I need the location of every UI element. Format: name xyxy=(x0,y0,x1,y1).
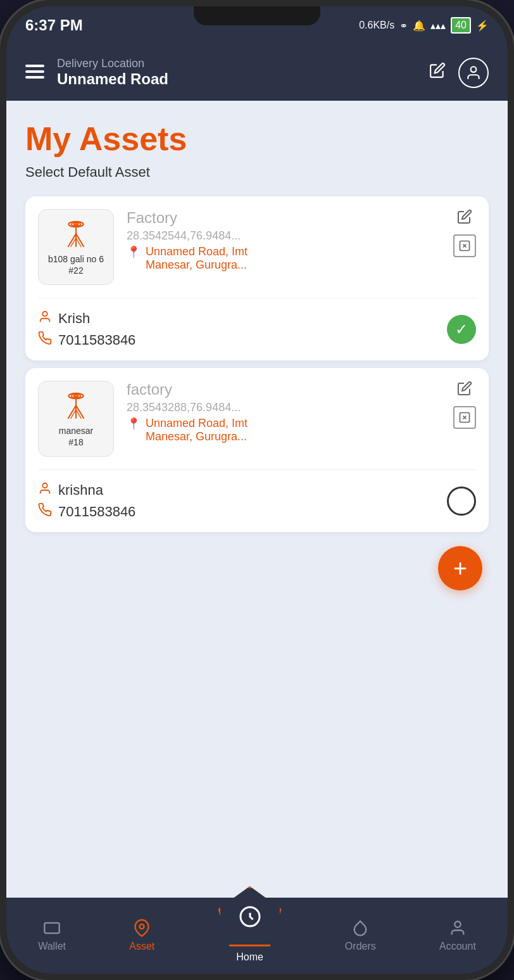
svg-rect-2 xyxy=(25,76,44,79)
contact-name-1: Krish xyxy=(58,310,90,327)
asset-coords-2: 28.3543288,76.9484... xyxy=(127,401,441,414)
asset-type-2: factory xyxy=(127,381,441,398)
contact-info-1: Krish 7011583846 xyxy=(38,310,135,349)
asset-info-2: factory 28.3543288,76.9484... 📍 Unnamed … xyxy=(127,381,441,443)
contact-phone-1: 7011583846 xyxy=(58,332,135,348)
asset-contact-2[interactable]: krishna 7011583846 xyxy=(25,470,489,532)
page-title: My Assets xyxy=(25,120,489,158)
svg-rect-0 xyxy=(25,65,44,67)
nav-wallet[interactable]: Wallet xyxy=(38,919,66,952)
bottom-nav: Wallet Asset Home Orders xyxy=(6,898,508,974)
contact-name-row-1: Krish xyxy=(38,310,135,328)
svg-rect-1 xyxy=(25,70,44,73)
contact-name-2: krishna xyxy=(58,482,103,499)
nav-account-label: Account xyxy=(439,941,476,952)
header-location: Delivery Location Unnamed Road xyxy=(44,57,429,88)
contact-phone-row-2: 7011583846 xyxy=(38,503,135,521)
phone-icon-1 xyxy=(38,331,52,349)
asset-address-2: 📍 Unnamed Road, ImtManesar, Gurugra... xyxy=(127,417,441,443)
svg-point-3 xyxy=(471,67,477,72)
location-name: Unnamed Road xyxy=(57,70,417,88)
contact-info-2: krishna 7011583846 xyxy=(38,481,135,521)
contact-phone-row-1: 7011583846 xyxy=(38,331,135,349)
nav-home-label: Home xyxy=(236,951,263,963)
contact-name-row-2: krishna xyxy=(38,481,135,499)
nav-account[interactable]: Account xyxy=(439,919,476,952)
person-icon-1 xyxy=(38,310,52,328)
person-icon-2 xyxy=(38,481,52,499)
contact-phone-2: 7011583846 xyxy=(58,504,135,520)
main-content: My Assets Select Default Asset b1 xyxy=(6,101,508,898)
bluetooth-icon: ⚭ xyxy=(399,20,408,32)
user-profile-button[interactable] xyxy=(458,58,489,88)
asset-image-label-1: b108 gali no 6#22 xyxy=(48,253,104,276)
edit-asset-2-button[interactable] xyxy=(453,381,476,400)
location-pin-icon-2: 📍 xyxy=(127,417,141,431)
data-speed: 0.6KB/s xyxy=(359,20,394,31)
asset-image-1: b108 gali no 6#22 xyxy=(38,209,114,285)
asset-image-2: manesar#18 xyxy=(38,381,114,457)
nav-wallet-label: Wallet xyxy=(38,941,66,952)
asset-image-label-2: manesar#18 xyxy=(59,425,93,448)
nav-orders[interactable]: Orders xyxy=(345,919,376,952)
asset-top-2: manesar#18 factory 28.3543288,76.9484...… xyxy=(25,368,489,469)
nav-asset-label: Asset xyxy=(129,941,154,952)
asset-type-1: Factory xyxy=(127,209,441,227)
menu-button[interactable] xyxy=(25,63,44,83)
header-actions xyxy=(429,58,489,88)
asset-selected-check-1[interactable]: ✓ xyxy=(447,315,476,344)
phone-container: 6:37 PM 0.6KB/s ⚭ 🔔 ▴▴▴ 40 ⚡ Delivery Lo… xyxy=(0,0,514,980)
asset-card-2: manesar#18 factory 28.3543288,76.9484...… xyxy=(25,368,489,532)
delete-asset-1-button[interactable] xyxy=(453,234,476,257)
asset-address-1: 📍 Unnamed Road, ImtManesar, Gurugra... xyxy=(127,245,441,272)
location-label: Delivery Location xyxy=(57,57,417,70)
add-asset-button[interactable]: + xyxy=(438,546,482,590)
svg-point-30 xyxy=(454,922,460,927)
location-pin-icon-1: 📍 xyxy=(127,245,141,259)
header: Delivery Location Unnamed Road xyxy=(6,44,508,101)
mute-icon: 🔔 xyxy=(413,20,425,32)
charging-icon: ⚡ xyxy=(476,20,489,32)
status-time: 6:37 PM xyxy=(25,16,83,34)
svg-point-27 xyxy=(42,483,47,488)
phone-notch xyxy=(194,6,320,25)
nav-home[interactable]: Home xyxy=(218,908,282,963)
edit-asset-1-button[interactable] xyxy=(453,209,476,228)
asset-contact-1[interactable]: Krish 7011583846 ✓ xyxy=(25,298,489,360)
phone-icon-2 xyxy=(38,503,52,521)
edit-location-button[interactable] xyxy=(429,62,446,83)
nav-asset[interactable]: Asset xyxy=(129,919,154,952)
asset-actions-2 xyxy=(453,381,476,429)
signal-icon: ▴▴▴ xyxy=(430,20,446,32)
asset-actions-1 xyxy=(453,209,476,257)
asset-card-1: b108 gali no 6#22 Factory 28.3542544,76.… xyxy=(25,196,489,360)
asset-select-circle-2[interactable] xyxy=(447,487,476,516)
asset-coords-1: 28.3542544,76.9484... xyxy=(127,229,441,243)
delete-asset-2-button[interactable] xyxy=(453,406,476,429)
fab-container: + xyxy=(25,540,489,594)
status-icons: 0.6KB/s ⚭ 🔔 ▴▴▴ 40 ⚡ xyxy=(359,17,489,34)
page-subtitle: Select Default Asset xyxy=(25,164,489,181)
svg-point-15 xyxy=(42,312,47,316)
svg-rect-28 xyxy=(44,923,59,933)
battery-icon: 40 xyxy=(451,17,471,34)
asset-info-1: Factory 28.3542544,76.9484... 📍 Unnamed … xyxy=(127,209,441,272)
nav-orders-label: Orders xyxy=(345,941,376,952)
svg-point-29 xyxy=(140,924,144,929)
asset-top-1: b108 gali no 6#22 Factory 28.3542544,76.… xyxy=(25,196,489,298)
